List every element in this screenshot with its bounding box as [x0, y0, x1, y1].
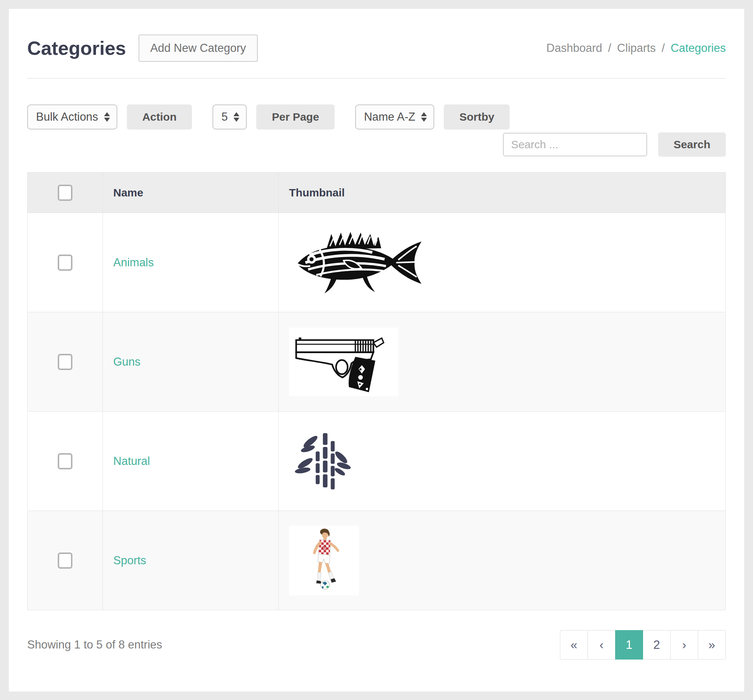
category-link-natural[interactable]: Natural [103, 455, 150, 468]
sortby-button[interactable]: Sortby [444, 105, 510, 130]
bamboo-clipart-image [294, 432, 353, 491]
select-spinner-icon [421, 112, 427, 122]
category-link-animals[interactable]: Animals [103, 256, 154, 269]
toolbar: Bulk Actions Action 5 Per Page Name A-Z … [27, 105, 726, 130]
bulk-actions-select[interactable]: Bulk Actions [27, 105, 117, 130]
search-input[interactable] [503, 133, 647, 156]
breadcrumb-separator: / [661, 42, 665, 55]
sort-select[interactable]: Name A-Z [355, 105, 435, 130]
pagination-page-1[interactable]: 1 [615, 630, 643, 659]
per-page-button[interactable]: Per Page [256, 105, 334, 130]
per-page-value: 5 [221, 110, 228, 123]
breadcrumb-dashboard[interactable]: Dashboard [546, 42, 602, 55]
table-row-sports: Sports [28, 511, 726, 610]
content-card: Categories Add New Category Dashboard / … [9, 9, 744, 692]
search-row: Search [27, 133, 726, 157]
breadcrumb: Dashboard / Cliparts / Categories [546, 42, 726, 55]
pagination-next[interactable]: › [670, 630, 698, 659]
row-checkbox[interactable] [58, 354, 72, 370]
table-row-animals: Animals [28, 213, 726, 312]
pagination-prev[interactable]: ‹ [588, 630, 616, 659]
table-footer: Showing 1 to 5 of 8 entries « ‹ 1 2 › » [27, 630, 726, 659]
select-spinner-icon [104, 112, 110, 122]
fish-clipart-image [289, 228, 432, 297]
breadcrumb-cliparts[interactable]: Cliparts [617, 42, 656, 55]
row-checkbox[interactable] [58, 255, 72, 271]
jersey-number: 10 [322, 545, 327, 551]
table-row-guns: Guns [28, 312, 726, 412]
category-link-guns[interactable]: Guns [103, 355, 140, 369]
category-link-sports[interactable]: Sports [103, 554, 147, 567]
select-all-checkbox[interactable] [58, 184, 72, 201]
soccer-player-clipart-image: 10 [296, 528, 351, 594]
search-button[interactable]: Search [658, 133, 726, 157]
column-header-name: Name [103, 172, 279, 213]
pistol-clipart-image [292, 329, 395, 395]
header-divider [27, 78, 726, 79]
showing-entries-text: Showing 1 to 5 of 8 entries [27, 638, 162, 652]
pagination-first[interactable]: « [560, 630, 588, 659]
breadcrumb-separator: / [608, 42, 611, 55]
page-header: Categories Add New Category Dashboard / … [27, 9, 726, 62]
action-button[interactable]: Action [127, 105, 192, 130]
select-spinner-icon [234, 112, 239, 122]
pagination-last[interactable]: » [698, 630, 726, 659]
categories-table: Name Thumbnail Animals [27, 172, 726, 610]
row-checkbox[interactable] [58, 453, 72, 469]
table-header-row: Name Thumbnail [28, 172, 726, 213]
per-page-select[interactable]: 5 [212, 105, 247, 130]
pagination: « ‹ 1 2 › » [560, 630, 726, 659]
breadcrumb-categories: Categories [670, 42, 726, 55]
page-title: Categories [27, 37, 126, 59]
row-checkbox[interactable] [58, 553, 72, 569]
column-header-thumbnail: Thumbnail [279, 172, 726, 213]
table-row-natural: Natural [28, 412, 726, 511]
sort-value: Name A-Z [364, 110, 415, 123]
add-new-category-button[interactable]: Add New Category [139, 34, 258, 62]
bulk-actions-value: Bulk Actions [36, 110, 98, 123]
pagination-page-2[interactable]: 2 [643, 630, 670, 659]
